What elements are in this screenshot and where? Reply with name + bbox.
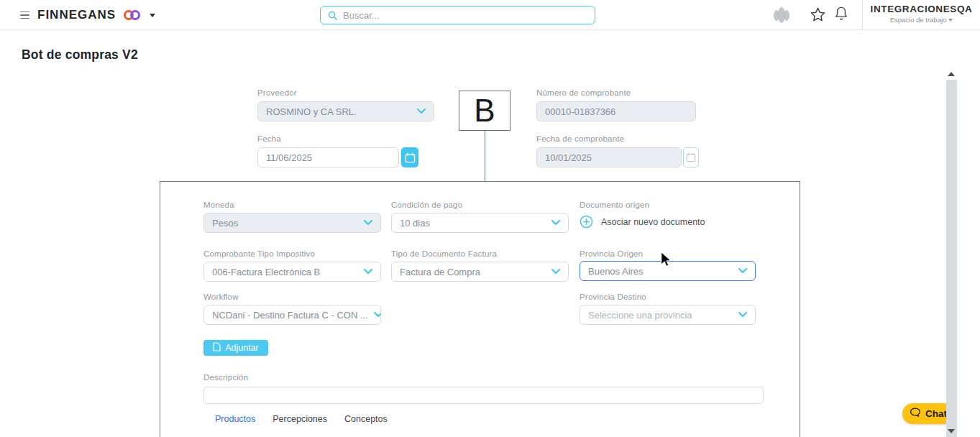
provincia-destino-label: Provincia Destino — [580, 293, 646, 301]
descripcion-label: Descripción — [203, 373, 248, 382]
fecha-comprobante-calendar-icon — [683, 147, 699, 167]
adjuntar-label: Adjuntar — [225, 343, 259, 353]
search-input[interactable] — [343, 10, 587, 21]
scrollbar-thumb[interactable] — [946, 80, 957, 437]
moneda-select: Pesos — [203, 213, 381, 233]
comprobante-tipo-value: 006-Factura Electrónica B — [212, 267, 320, 277]
tipo-documento-value: Factura de Compra — [400, 267, 480, 277]
chevron-down-icon — [364, 220, 372, 226]
documento-origen-label: Documento origen — [580, 201, 649, 209]
search-icon — [328, 11, 337, 20]
speech-bubble-icon — [910, 408, 921, 420]
fecha-comprobante-label: Fecha de comprobante — [536, 134, 624, 143]
comprobante-tipo-label: Comprobante Tipo Impositivo — [203, 249, 315, 258]
infinity-logo-icon — [124, 10, 140, 20]
scroll-down-icon[interactable] — [948, 429, 955, 433]
workspace-logo-icon[interactable] — [774, 7, 789, 23]
provincia-destino-select[interactable]: Seleccione una provincia — [580, 305, 756, 325]
asociar-documento-label: Asociar nuevo documento — [601, 217, 705, 227]
page-title: Bot de compras V2 — [22, 47, 138, 63]
brand-logo-text: FINNEGANS — [37, 8, 116, 22]
chevron-down-icon — [374, 312, 381, 318]
brand-menu[interactable]: FINNEGANS — [19, 0, 155, 30]
favorites-star-icon[interactable] — [810, 6, 826, 23]
chevron-down-icon — [551, 269, 560, 275]
tab-productos[interactable]: Productos — [215, 414, 255, 424]
top-bar: FINNEGANS INTEGRACIONESQA Espacio de tra… — [0, 0, 980, 30]
numero-comprobante-value: 00010-01837366 — [545, 106, 615, 117]
connector-line — [485, 131, 485, 181]
scroll-up-icon[interactable] — [948, 72, 955, 76]
workspace-caret-icon — [948, 19, 953, 22]
provincia-origen-value: Buenos Aires — [588, 266, 644, 277]
asociar-documento-button[interactable]: Asociar nuevo documento — [580, 215, 705, 229]
app-window: FINNEGANS INTEGRACIONESQA Espacio de tra… — [0, 0, 980, 437]
provincia-origen-select[interactable]: Buenos Aires — [580, 261, 756, 281]
condicion-pago-label: Condición de pago — [391, 201, 462, 209]
moneda-label: Moneda — [203, 201, 234, 209]
tipo-documento-label: Tipo de Documento Factura — [391, 249, 497, 258]
adjuntar-button[interactable]: Adjuntar — [203, 340, 268, 356]
descripcion-input[interactable] — [203, 387, 764, 404]
menu-icon[interactable] — [19, 10, 31, 21]
tab-percepciones[interactable]: Percepciones — [273, 414, 327, 424]
chevron-down-icon — [738, 312, 747, 318]
tab-conceptos[interactable]: Conceptos — [344, 414, 388, 424]
workspace-switcher[interactable]: INTEGRACIONESQA Espacio de trabajo — [863, 4, 980, 24]
brand-caret-icon[interactable] — [150, 14, 155, 17]
chat-label: Chat — [925, 408, 947, 419]
workflow-select[interactable]: NCDani - Destino Factura C - CON ... — [203, 305, 381, 325]
numero-comprobante-field: 00010-01837366 — [536, 101, 696, 121]
fecha-comprobante-field: 10/01/2025 — [536, 147, 682, 167]
tipo-documento-select[interactable]: Factura de Compra — [391, 262, 569, 282]
numero-comprobante-label: Número de comprobante — [536, 88, 631, 97]
chevron-down-icon — [417, 109, 426, 114]
proveedor-value: ROSMINO y CA SRL. — [266, 106, 357, 117]
plus-circle-icon — [580, 215, 593, 229]
comprobante-tipo-select[interactable]: 006-Factura Electrónica B — [203, 262, 381, 282]
invoice-detail-panel: Moneda Pesos Condición de pago 10 dias D… — [160, 181, 800, 437]
chevron-down-icon — [551, 220, 560, 226]
global-search[interactable] — [320, 6, 595, 24]
workflow-label: Workflow — [203, 293, 239, 301]
workflow-value: NCDani - Destino Factura C - CON ... — [212, 310, 368, 321]
proveedor-select: ROSMINO y CA SRL. — [257, 101, 434, 121]
workspace-label: Espacio de trabajo — [863, 16, 980, 24]
condicion-pago-select[interactable]: 10 dias — [391, 213, 569, 233]
detail-tabs: Productos Percepciones Conceptos — [215, 414, 388, 424]
notifications-bell-icon[interactable] — [834, 6, 848, 22]
chevron-down-icon — [738, 268, 747, 274]
invoice-letter-box: B — [459, 91, 510, 131]
fecha-input[interactable] — [257, 147, 399, 167]
fecha-calendar-icon[interactable] — [401, 147, 418, 167]
workspace-name: INTEGRACIONESQA — [863, 4, 980, 14]
provincia-destino-placeholder: Seleccione una provincia — [588, 310, 692, 321]
proveedor-label: Proveedor — [257, 88, 297, 97]
condicion-pago-value: 10 dias — [400, 218, 430, 229]
fecha-label: Fecha — [257, 134, 281, 143]
chevron-down-icon — [364, 269, 372, 275]
document-icon — [213, 342, 221, 354]
moneda-value: Pesos — [212, 218, 238, 229]
provincia-origen-label: Provincia Origen — [580, 249, 643, 258]
fecha-comprobante-value: 10/01/2025 — [545, 152, 592, 163]
